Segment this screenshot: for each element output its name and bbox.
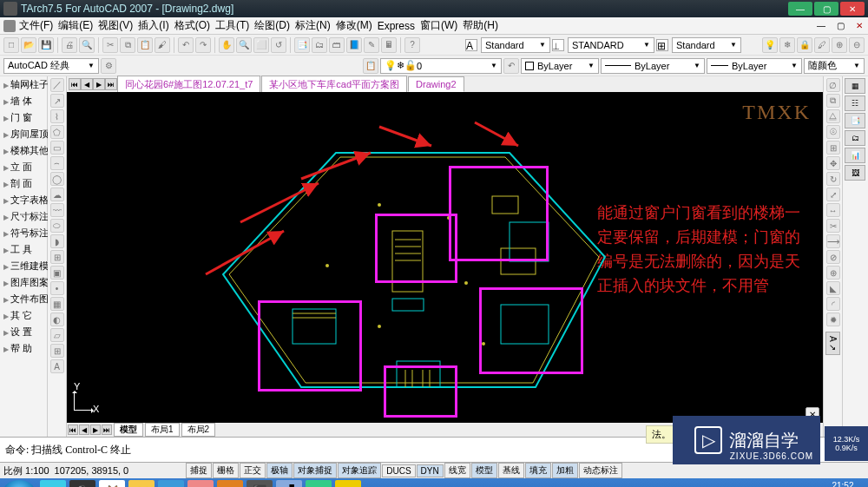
minimize-button[interactable]: — <box>788 2 812 16</box>
move-button[interactable]: ✥ <box>826 156 840 170</box>
layout-prev-button[interactable]: ◀ <box>79 424 89 435</box>
layer-manager-button[interactable]: 📋 <box>363 58 378 74</box>
mtext-button[interactable]: A <box>50 359 64 373</box>
line-button[interactable]: ／ <box>50 78 64 92</box>
revcloud-button[interactable]: ☁ <box>50 188 64 201</box>
break-button[interactable]: ⊘ <box>826 250 840 264</box>
layer-tool-3[interactable]: 🖊 <box>814 37 830 53</box>
menu-window[interactable]: 窗口(W) <box>420 18 457 33</box>
maximize-button[interactable]: ▢ <box>814 2 838 16</box>
extend-button[interactable]: ⟶ <box>826 234 840 248</box>
workspace-settings-button[interactable]: ⚙ <box>101 58 116 74</box>
menu-modify[interactable]: 修改(M) <box>336 18 372 33</box>
status-otrack[interactable]: 对象追踪 <box>338 463 381 478</box>
sheetset-button[interactable]: 📘 <box>346 37 362 53</box>
polygon-button[interactable]: ⬠ <box>50 125 64 139</box>
rect-button[interactable]: ▭ <box>50 141 64 155</box>
dwg-tab-0[interactable]: 同心花园6#施工图12.07.21_t7 <box>117 76 260 94</box>
xline-button[interactable]: ↗ <box>50 94 64 108</box>
pal-section[interactable]: 剖 面 <box>0 175 47 192</box>
pal-dim[interactable]: 尺寸标注 <box>0 208 47 225</box>
pal-elev[interactable]: 立 面 <box>0 159 47 175</box>
save-button[interactable]: 💾 <box>38 37 54 53</box>
layout2-tab[interactable]: 布局2 <box>181 423 216 437</box>
menu-help[interactable]: 帮助(H) <box>463 18 498 33</box>
status-scale[interactable]: 比例 1:100 <box>3 464 49 477</box>
taskbar-app-4[interactable]: ⬛ <box>247 480 273 487</box>
doc-restore-button[interactable]: ▢ <box>832 19 849 33</box>
array-button[interactable]: ⊞ <box>826 141 840 155</box>
rpanel-1[interactable]: ▦ <box>845 78 865 94</box>
dwg-tab-1[interactable]: 某小区地下车库cad平面方案图 <box>261 76 407 94</box>
text-format-tab[interactable]: A ↗ <box>825 332 840 355</box>
copy-obj-button[interactable]: ⧉ <box>826 94 840 108</box>
plotstyle-combo[interactable]: 随颜色▼ <box>804 58 865 74</box>
zoom-realtime-button[interactable]: 🔍 <box>236 37 252 53</box>
menu-draw[interactable]: 绘图(D) <box>254 18 290 33</box>
status-osnap[interactable]: 对象捕捉 <box>293 463 337 478</box>
tab-prev-button[interactable]: ◀ <box>81 78 93 90</box>
tab-next-button[interactable]: ▶ <box>93 78 105 90</box>
explode-button[interactable]: ✹ <box>826 313 840 326</box>
gradient-button[interactable]: ◐ <box>50 313 64 326</box>
status-dyndim[interactable]: 动态标注 <box>579 463 622 478</box>
linetype-combo[interactable]: ByLayer▼ <box>601 58 705 74</box>
menu-view[interactable]: 视图(V) <box>98 18 133 33</box>
pal-lib[interactable]: 图库图案 <box>0 274 47 291</box>
hatch-button[interactable]: ▦ <box>50 297 64 311</box>
menu-edit[interactable]: 编辑(E) <box>58 18 93 33</box>
region-button[interactable]: ▱ <box>50 328 64 342</box>
spline-button[interactable]: 〰 <box>50 203 64 217</box>
mirror-button[interactable]: ⧋ <box>826 109 840 123</box>
zoom-previous-button[interactable]: ↺ <box>271 37 286 53</box>
menu-file[interactable]: 文件(F) <box>19 18 53 33</box>
status-grid[interactable]: 栅格 <box>213 463 239 478</box>
taskbar-music[interactable]: ♪ <box>335 480 361 487</box>
pline-button[interactable]: ⌇ <box>50 109 64 123</box>
lineweight-combo[interactable]: ByLayer▼ <box>707 58 802 74</box>
viewport[interactable]: TMXK 能通过窗户门窗看到的楼梯一定要保留，后期建模；门窗的编号是无法删除的，… <box>67 92 823 423</box>
ellipse-button[interactable]: ⬭ <box>50 219 64 233</box>
tab-first-button[interactable]: ⏮ <box>69 78 81 90</box>
status-lwt[interactable]: 线宽 <box>444 463 470 478</box>
taskbar-app-3[interactable]: ◧ <box>217 480 243 487</box>
menu-insert[interactable]: 插入(I) <box>138 18 168 33</box>
pal-settings[interactable]: 设 置 <box>0 324 47 340</box>
system-tray[interactable]: ▲ ⚑ 🛡 📶 🔊 ㊥ 21:52 2014/12/29 <box>740 481 865 487</box>
layer-bulb-1[interactable]: 💡 <box>762 37 778 53</box>
menu-tools[interactable]: 工具(T) <box>215 18 249 33</box>
start-button[interactable] <box>3 480 35 487</box>
tray-clock[interactable]: 21:52 2014/12/29 <box>821 481 865 487</box>
help-button[interactable]: ? <box>404 37 420 53</box>
taskbar-app-2[interactable]: ▦ <box>187 480 214 487</box>
redo-button[interactable]: ↷ <box>195 37 211 53</box>
pal-symbol[interactable]: 符号标注 <box>0 225 47 241</box>
taskbar-cloud[interactable]: ☁ <box>158 480 184 487</box>
table-button[interactable]: ⊞ <box>50 344 64 358</box>
rpanel-6[interactable]: 🖼 <box>845 165 865 181</box>
menu-format[interactable]: 格式(O) <box>174 18 210 33</box>
layer-tool-2[interactable]: 🔒 <box>797 37 812 53</box>
block-button[interactable]: ▣ <box>50 266 64 280</box>
insert-button[interactable]: ⊞ <box>50 250 64 264</box>
taskbar-browser[interactable]: 🦊 <box>99 480 125 487</box>
pal-3d[interactable]: 三维建模 <box>0 258 47 274</box>
status-model[interactable]: 模型 <box>471 463 497 478</box>
textstyle-combo[interactable]: Standard▼ <box>481 37 550 53</box>
layer-tool-1[interactable]: ❄ <box>779 37 795 53</box>
point-button[interactable]: • <box>50 281 64 295</box>
rpanel-3[interactable]: 📑 <box>845 113 865 128</box>
tablestyle-combo[interactable]: Standard▼ <box>672 37 741 53</box>
toolpalettes-button[interactable]: 🗃 <box>329 37 345 53</box>
menu-dim[interactable]: 标注(N) <box>295 18 331 33</box>
chamfer-button[interactable]: ◣ <box>826 281 840 295</box>
taskbar-folder[interactable]: 📁 <box>128 480 155 487</box>
arc-button[interactable]: ⌢ <box>50 156 64 170</box>
copy-button[interactable]: ⧉ <box>120 37 135 53</box>
rpanel-5[interactable]: 📊 <box>845 148 865 163</box>
status-ortho[interactable]: 正交 <box>240 463 266 478</box>
pal-other[interactable]: 其 它 <box>0 307 47 324</box>
status-fill[interactable]: 填充 <box>525 463 551 478</box>
pal-stair[interactable]: 楼梯其他 <box>0 142 47 159</box>
layer-prev-button[interactable]: ↶ <box>503 58 519 74</box>
